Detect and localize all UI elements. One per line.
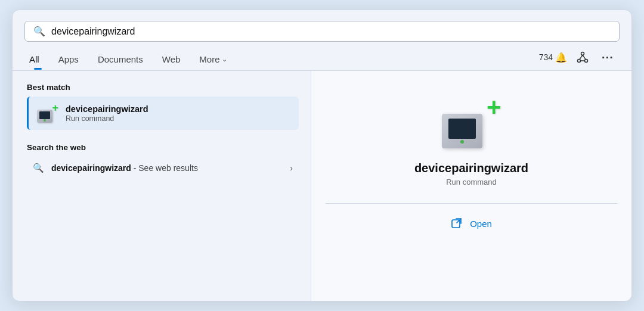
best-match-subtitle: Run command	[66, 114, 290, 123]
web-search-suffix: - See web results	[131, 163, 198, 173]
open-label: Open	[470, 219, 492, 229]
web-search-label: Search the web	[27, 143, 299, 152]
three-dots-icon: ⋯	[601, 50, 614, 64]
detail-icon-area: +	[442, 95, 501, 148]
svg-point-0	[581, 52, 584, 55]
best-match-label: Best match	[27, 83, 299, 92]
web-search-text: devicepairingwizard - See web results	[51, 163, 283, 173]
web-search-bold: devicepairingwizard	[51, 163, 131, 173]
search-bar-row: 🔍	[13, 10, 631, 42]
tabs-row: All Apps Documents Web More ⌄ 734 🔔	[13, 42, 631, 71]
detail-title: devicepairingwizard	[414, 161, 528, 175]
search-panel: 🔍 All Apps Documents Web More ⌄ 734 🔔	[12, 10, 632, 301]
network-icon	[577, 51, 589, 63]
best-match-title: devicepairingwizard	[66, 104, 290, 114]
search-icon: 🔍	[33, 26, 45, 37]
tabs-right: 734 🔔 ⋯	[539, 48, 617, 70]
web-search-section: Search the web 🔍 devicepairingwizard - S…	[27, 143, 299, 179]
svg-line-4	[583, 55, 586, 60]
svg-line-3	[580, 55, 583, 60]
computer-body	[442, 114, 482, 148]
computer-screen	[448, 119, 476, 139]
tab-web[interactable]: Web	[153, 49, 190, 69]
tab-all[interactable]: All	[27, 49, 49, 69]
notification-count[interactable]: 734 🔔	[539, 52, 567, 63]
svg-line-7	[457, 219, 461, 223]
computer-dot	[460, 140, 464, 144]
notification-icon: 🔔	[555, 52, 567, 63]
tab-more[interactable]: More ⌄	[190, 49, 236, 69]
open-button[interactable]: Open	[446, 214, 497, 232]
web-search-icon: 🔍	[33, 163, 44, 173]
tab-apps[interactable]: Apps	[49, 49, 88, 69]
tab-documents[interactable]: Documents	[88, 49, 153, 69]
best-match-section: Best match + devicepairingwizard Run com…	[27, 83, 299, 130]
network-icon-btn[interactable]	[573, 48, 592, 67]
more-options-btn[interactable]: ⋯	[598, 48, 617, 67]
detail-divider	[326, 203, 617, 204]
left-panel: Best match + devicepairingwizard Run com…	[13, 71, 311, 301]
search-input[interactable]	[51, 26, 611, 37]
chevron-right-icon: ›	[290, 163, 293, 173]
best-match-text: devicepairingwizard Run command	[66, 104, 290, 123]
svg-point-1	[578, 60, 581, 63]
search-bar: 🔍	[24, 21, 620, 42]
best-match-item[interactable]: + devicepairingwizard Run command	[27, 97, 299, 130]
svg-point-2	[585, 60, 588, 63]
main-content: Best match + devicepairingwizard Run com…	[13, 71, 631, 301]
chevron-down-icon: ⌄	[222, 55, 227, 63]
open-external-icon	[451, 217, 464, 230]
detail-app-icon: +	[442, 95, 501, 148]
best-match-icon: +	[37, 102, 58, 124]
web-search-item[interactable]: 🔍 devicepairingwizard - See web results …	[27, 157, 299, 179]
detail-subtitle: Run command	[446, 178, 497, 186]
right-panel: + devicepairingwizard Run command Open	[311, 71, 631, 301]
plus-icon: +	[487, 95, 501, 120]
